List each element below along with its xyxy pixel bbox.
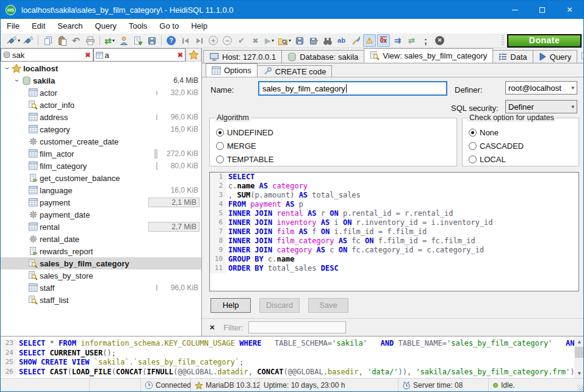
export-database-button[interactable] [131, 34, 144, 47]
tree-item-customer_create_date[interactable]: customer_create_date [1, 135, 201, 148]
hex-toggle-button[interactable]: 0x [377, 34, 390, 47]
disconnect-button[interactable] [22, 34, 35, 47]
tree-item-address[interactable]: address96,0 KiB [1, 111, 201, 123]
tab-database-sakila[interactable]: Database: sakila [281, 50, 364, 63]
minimize-button[interactable] [501, 1, 528, 19]
menu-go-to[interactable]: Go to [153, 19, 185, 33]
add-record-button[interactable]: + [207, 34, 220, 47]
execute-sql-button[interactable]: ▶▾ [263, 34, 276, 47]
radio-algorithm-temptable[interactable]: TEMPTABLE [216, 152, 456, 166]
radio-check-option-local[interactable]: LOCAL [469, 152, 579, 166]
tree-item-get_customer_balance[interactable]: get_customer_balance [1, 172, 201, 184]
tree-item-film_actor[interactable]: film_actor272,0 KiB [1, 148, 201, 160]
radio-icon[interactable] [469, 129, 477, 137]
go-last-button[interactable] [193, 34, 206, 47]
tree-item-sales_by_film_category[interactable]: sales_by_film_category [1, 257, 201, 269]
definer-combobox[interactable]: root@localhost▾ [505, 81, 577, 94]
radio-check-option-cascaded[interactable]: CASCADED [469, 139, 579, 152]
print-button[interactable] [84, 34, 96, 47]
subtab-options[interactable]: Options [206, 63, 258, 77]
tree-item-localhost[interactable]: ›localhost [1, 62, 201, 74]
radio-icon[interactable] [469, 142, 477, 150]
tab-host-127-0-0-1[interactable]: Host: 127.0.0.1 [203, 50, 282, 63]
tab-query[interactable]: Query [533, 50, 577, 63]
save-sql-button[interactable] [293, 34, 306, 47]
close-button[interactable]: ✕ [556, 1, 583, 19]
tree-item-actor_info[interactable]: actor_info [1, 99, 201, 111]
title-bar[interactable]: HS localhost\sakila\sales_by_film_catego… [1, 1, 583, 19]
go-first-button[interactable] [179, 34, 192, 47]
view-name-input[interactable]: sales_by_film_category [258, 81, 447, 96]
user-manager-button[interactable] [117, 34, 130, 47]
undo-button[interactable]: ↶ [70, 34, 82, 47]
menu-edit[interactable]: Edit [26, 19, 51, 33]
donate-button[interactable]: Donate [507, 34, 582, 48]
tree-item-staff[interactable]: staff96,0 KiB [1, 282, 201, 294]
tree-item-staff_list[interactable]: staff_list [1, 294, 201, 306]
clear-object-filter-icon[interactable]: ✖ [178, 51, 183, 59]
radio-icon[interactable] [216, 129, 224, 137]
warnings-toggle-button[interactable]: ⚠ [363, 34, 376, 47]
tree-item-rental_date[interactable]: rental_date [1, 233, 201, 245]
log-scrollbar[interactable]: ▲ ▼ [574, 337, 584, 378]
refresh-button[interactable]: ⇄▾ [103, 34, 116, 47]
help-button[interactable]: Help [211, 298, 251, 313]
tree-item-payment[interactable]: payment2,1 MiB [1, 196, 201, 208]
radio-icon[interactable] [469, 155, 477, 163]
single-queries-button[interactable]: ; [419, 34, 432, 47]
tree-item-payment_date[interactable]: payment_date [1, 208, 201, 221]
chevron-icon[interactable]: › [3, 65, 12, 73]
find-text-button[interactable] [321, 34, 334, 47]
favorites-button[interactable] [186, 48, 201, 62]
save-sql-as-button[interactable] [307, 34, 320, 47]
save-snippet-button[interactable] [145, 34, 158, 47]
tree-item-category[interactable]: category16,0 KiB [1, 123, 201, 135]
radio-icon[interactable] [216, 155, 224, 163]
tab-data[interactable]: Data [492, 50, 533, 63]
tree-item-actor[interactable]: actor32,0 KiB [1, 87, 201, 99]
sql-security-combobox[interactable]: Definer▾ [505, 100, 577, 113]
radio-check-option-none[interactable]: None [469, 126, 579, 139]
menu-search[interactable]: Search [51, 19, 88, 33]
paste-button[interactable] [56, 34, 68, 47]
filter-input[interactable] [248, 321, 346, 333]
object-filter-input[interactable]: a ✖ [93, 48, 186, 62]
tab-view-sales-by-film-category[interactable]: View: sales_by_film_category [364, 48, 493, 63]
subtab-create-code[interactable]: CREATE code [257, 65, 333, 77]
reconnect-button[interactable]: ⇄ [405, 34, 418, 47]
resize-grip[interactable] [577, 385, 583, 391]
tree-item-rewards_report[interactable]: rewards_report [1, 245, 201, 257]
stop-process-button[interactable]: ✕ [433, 34, 446, 47]
clear-table-filter-icon[interactable]: ✖ [85, 51, 90, 59]
indent-button[interactable]: ⇉ [391, 34, 404, 47]
menu-help[interactable]: Help [185, 19, 214, 33]
radio-algorithm-merge[interactable]: MERGE [216, 139, 456, 152]
radio-algorithm-undefined[interactable]: UNDEFINED [216, 126, 456, 139]
sql-editor[interactable]: 1SELECT2c.name AS category3, SUM(p.amoun… [209, 172, 579, 291]
remove-record-button[interactable]: − [221, 34, 234, 47]
apply-button[interactable]: ✔ [235, 34, 248, 47]
scroll-thumb[interactable] [575, 347, 584, 358]
replace-text-button[interactable]: ab [335, 34, 348, 47]
reformat-sql-button[interactable] [349, 34, 362, 47]
menu-query[interactable]: Query [89, 19, 123, 33]
tree-item-language[interactable]: language16,0 KiB [1, 184, 201, 196]
new-query-tab-button[interactable] [580, 52, 584, 63]
menu-file[interactable]: File [1, 19, 26, 33]
copy-button[interactable] [41, 34, 54, 47]
tree-item-sakila[interactable]: ›sakila6,4 MiB [1, 74, 201, 87]
save-button[interactable]: Save [308, 298, 348, 313]
session-manager-button[interactable]: ▾ [6, 34, 21, 47]
scroll-down-icon[interactable]: ▼ [574, 368, 584, 378]
discard-button[interactable]: Discard [259, 298, 300, 313]
load-sql-button[interactable]: ▾ [277, 34, 292, 47]
tree-item-sales_by_store[interactable]: sales_by_store [1, 269, 201, 282]
table-filter-input[interactable]: sak ✖ [1, 48, 93, 62]
maximize-button[interactable] [528, 1, 556, 19]
help-button[interactable]: ? [165, 34, 178, 47]
chevron-icon[interactable]: › [13, 77, 21, 85]
menu-tools[interactable]: Tools [123, 19, 153, 33]
scroll-up-icon[interactable]: ▲ [574, 337, 584, 346]
radio-icon[interactable] [216, 142, 224, 150]
cancel-button[interactable]: ✖ [249, 34, 262, 47]
